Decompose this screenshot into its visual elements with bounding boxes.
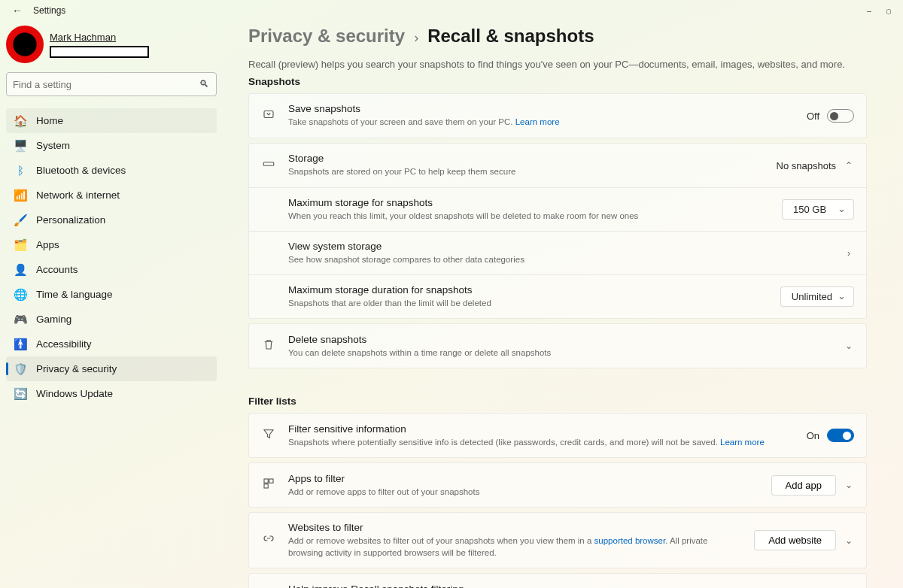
max-storage-select[interactable]: 150 GB	[782, 199, 854, 220]
filter-icon	[261, 427, 276, 444]
sidebar-item-gaming[interactable]: 🎮Gaming	[6, 307, 217, 332]
user-name: Mark Hachman	[50, 32, 149, 43]
max-duration-row: Maximum storage duration for snapshots S…	[249, 274, 866, 318]
page-description: Recall (preview) helps you search your s…	[248, 59, 867, 70]
apps-icon	[261, 477, 276, 494]
filter-sensitive-toggle[interactable]	[827, 429, 854, 442]
sidebar-item-label: Accessibility	[36, 338, 92, 350]
chevron-down-icon: ⌄	[844, 535, 854, 546]
sidebar-item-network-internet[interactable]: 📶Network & internet	[6, 183, 217, 208]
learn-more-link[interactable]: Learn more	[720, 438, 765, 447]
snapshots-icon	[261, 108, 276, 125]
chevron-down-icon: ⌄	[844, 480, 854, 490]
nav-icon: 🎮	[14, 313, 27, 326]
sidebar-item-label: Gaming	[36, 314, 71, 325]
svg-rect-2	[264, 479, 268, 483]
sidebar-item-bluetooth-devices[interactable]: ᛒBluetooth & devices	[6, 158, 217, 183]
breadcrumb-parent[interactable]: Privacy & security	[248, 26, 405, 47]
nav-icon: 🚹	[14, 338, 27, 351]
sidebar-item-system[interactable]: 🖥️System	[6, 133, 217, 158]
filter-sensitive-row: Filter sensitive information Snapshots w…	[249, 414, 866, 457]
sidebar-item-time-language[interactable]: 🌐Time & language	[6, 282, 217, 307]
supported-browser-link[interactable]: supported browser	[594, 536, 666, 545]
breadcrumb: Privacy & security › Recall & snapshots	[248, 26, 867, 47]
learn-more-link[interactable]: Learn more	[515, 117, 560, 126]
sidebar-item-privacy-security[interactable]: 🛡️Privacy & security	[6, 356, 217, 381]
page-title: Recall & snapshots	[427, 26, 594, 47]
websites-filter-row[interactable]: Websites to filter Add or remove website…	[249, 513, 866, 568]
sidebar-item-label: Home	[36, 115, 63, 126]
section-snapshots: Snapshots	[248, 76, 867, 87]
svg-rect-3	[269, 479, 273, 483]
nav-icon: ᛒ	[14, 164, 27, 177]
chevron-up-icon: ⌃	[844, 160, 854, 171]
maximize-button[interactable]: ▢	[886, 7, 891, 15]
nav-icon: 🌐	[14, 288, 27, 302]
link-icon	[261, 532, 276, 549]
nav-icon: 📶	[14, 189, 27, 202]
nav-icon: 👤	[14, 263, 27, 277]
avatar	[6, 26, 44, 63]
search-icon: 🔍︎	[199, 78, 209, 89]
sidebar-item-label: Personalization	[36, 214, 105, 226]
sidebar-item-label: Privacy & security	[36, 363, 117, 374]
sidebar-item-label: System	[36, 140, 70, 151]
save-snapshots-row: Save snapshots Take snapshots of your sc…	[249, 94, 866, 138]
nav-icon: 🏠	[14, 114, 27, 128]
minimize-button[interactable]: —	[867, 7, 871, 15]
sidebar-item-home[interactable]: 🏠Home	[6, 108, 217, 133]
sidebar-item-label: Network & internet	[36, 189, 120, 201]
view-storage-row[interactable]: View system storage See how snapshot sto…	[249, 231, 866, 274]
add-website-button[interactable]: Add website	[754, 530, 836, 550]
chevron-down-icon: ⌄	[844, 341, 854, 351]
nav-icon: 🖌️	[14, 214, 27, 227]
sidebar-item-windows-update[interactable]: 🔄Windows Update	[6, 381, 217, 406]
nav-icon: 🔄	[14, 387, 27, 401]
storage-value: No snapshots	[777, 160, 837, 171]
max-storage-row: Maximum storage for snapshots When you r…	[249, 187, 866, 231]
search-input[interactable]	[6, 72, 217, 96]
back-button[interactable]: ←	[12, 5, 23, 17]
sidebar-item-accessibility[interactable]: 🚹Accessibility	[6, 332, 217, 356]
max-duration-select[interactable]: Unlimited	[780, 286, 854, 307]
sidebar-item-label: Bluetooth & devices	[36, 165, 126, 176]
section-filter: Filter lists	[248, 396, 867, 407]
nav-icon: 🛡️	[14, 362, 27, 376]
sidebar-item-accounts[interactable]: 👤Accounts	[6, 257, 217, 282]
sidebar-item-label: Time & language	[36, 289, 113, 300]
sidebar-item-personalization[interactable]: 🖌️Personalization	[6, 208, 217, 232]
svg-rect-1	[263, 162, 274, 165]
add-app-button[interactable]: Add app	[771, 475, 836, 496]
save-toggle-label: Off	[807, 111, 819, 122]
help-improve-row[interactable]: Help improve Recall snapshots filtering …	[249, 574, 866, 588]
sidebar-item-apps[interactable]: 🗂️Apps	[6, 232, 217, 257]
user-email-box	[50, 46, 149, 58]
apps-filter-row[interactable]: Apps to filter Add or remove apps to fil…	[249, 463, 866, 507]
app-title: Settings	[33, 5, 65, 16]
user-block[interactable]: Mark Hachman	[6, 26, 217, 72]
sidebar-item-label: Windows Update	[36, 388, 113, 399]
delete-snapshots-row[interactable]: Delete snapshots You can delete snapshot…	[249, 324, 866, 368]
save-snapshots-toggle[interactable]	[827, 109, 854, 123]
nav-icon: 🗂️	[14, 238, 27, 252]
sidebar-item-label: Apps	[36, 239, 59, 250]
chevron-right-icon: ›	[844, 248, 854, 259]
trash-icon	[261, 338, 276, 355]
filter-toggle-label: On	[807, 430, 819, 441]
nav-icon: 🖥️	[14, 139, 27, 153]
storage-row[interactable]: Storage Snapshots are stored on your PC …	[249, 144, 866, 187]
chevron-right-icon: ›	[414, 30, 418, 46]
sidebar-item-label: Accounts	[36, 264, 78, 275]
svg-rect-4	[264, 484, 268, 488]
storage-icon	[261, 157, 276, 174]
